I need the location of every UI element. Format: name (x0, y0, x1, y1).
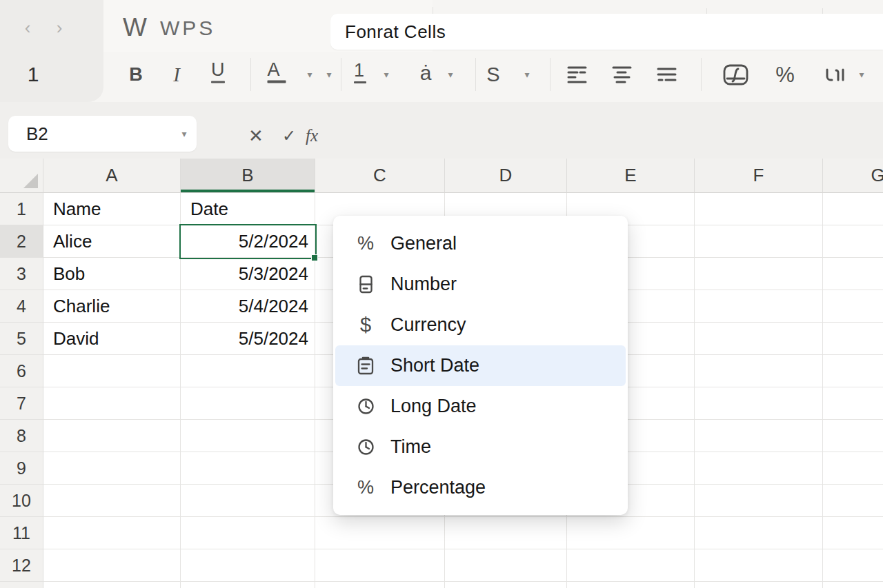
number-format-caret-icon[interactable]: ▾ (384, 69, 388, 80)
cell-B6[interactable] (181, 355, 315, 387)
bold-button[interactable]: B (129, 65, 143, 84)
cell-F7[interactable] (695, 387, 823, 420)
cell-G11[interactable] (823, 517, 883, 549)
cell-A10[interactable] (43, 485, 181, 517)
cell-G1[interactable] (823, 193, 883, 225)
strikethrough-button[interactable]: S (486, 65, 499, 85)
cell-B4[interactable]: 5/4/2024 (181, 290, 315, 323)
accent-caret-icon[interactable]: ▾ (448, 69, 453, 80)
row-header-8[interactable]: 8 (0, 420, 43, 452)
cell-Fx[interactable] (695, 582, 823, 588)
insert-image-icon[interactable] (723, 64, 748, 85)
menu-item-time[interactable]: Time (335, 427, 626, 467)
accent-button[interactable]: ȧ (420, 63, 432, 83)
cell-G8[interactable] (823, 420, 883, 452)
cell-D12[interactable] (445, 549, 567, 582)
confirm-icon[interactable]: ✓ (282, 126, 296, 145)
align-left-icon[interactable] (566, 65, 588, 84)
row-header-12[interactable]: 12 (0, 549, 43, 582)
cell-F10[interactable] (695, 485, 823, 517)
cell-A12[interactable] (43, 549, 181, 582)
cell-F11[interactable] (695, 517, 823, 549)
row-header-1[interactable]: 1 (0, 193, 43, 225)
menu-item-short-date[interactable]: Short Date (335, 345, 626, 386)
row-header-4[interactable]: 4 (0, 290, 43, 323)
cell-G6[interactable] (823, 355, 883, 387)
row-header-7[interactable]: 7 (0, 387, 43, 420)
cell-F1[interactable] (695, 193, 823, 225)
menu-item-number[interactable]: Number (335, 264, 626, 305)
select-all-corner[interactable] (0, 159, 43, 193)
cell-A6[interactable] (43, 355, 181, 387)
back-arrow-icon[interactable]: ‹ (25, 17, 31, 39)
column-header-G[interactable]: G (823, 159, 883, 193)
cell-G2[interactable] (823, 225, 883, 258)
column-header-B[interactable]: B (181, 159, 315, 193)
cell-B8[interactable] (181, 420, 315, 452)
italic-button[interactable]: I (173, 65, 180, 85)
cell-F6[interactable] (695, 355, 823, 387)
cell-G12[interactable] (823, 549, 883, 582)
cell-B5[interactable]: 5/5/2024 (181, 323, 315, 355)
cell-Ax[interactable] (43, 582, 181, 588)
column-header-F[interactable]: F (695, 159, 823, 193)
cell-Cx[interactable] (315, 582, 445, 588)
cell-A1[interactable]: Name (43, 193, 181, 225)
underline-button[interactable]: U (211, 61, 225, 83)
cell-A4[interactable]: Charlie (43, 290, 181, 323)
row-header-11[interactable]: 11 (0, 517, 43, 549)
cell-F4[interactable] (695, 290, 823, 323)
chart-caret-icon[interactable]: ▾ (859, 69, 864, 80)
menu-item-percentage[interactable]: % Percentage (335, 467, 626, 508)
row-header-6[interactable]: 6 (0, 355, 43, 387)
align-center-icon[interactable] (611, 65, 633, 84)
row-header-10[interactable]: 10 (0, 485, 43, 517)
column-header-D[interactable]: D (445, 159, 567, 193)
cell-F3[interactable] (695, 258, 823, 290)
font-color-button[interactable]: A (268, 61, 286, 83)
cell-Gx[interactable] (823, 582, 883, 588)
fill-handle[interactable] (311, 254, 318, 261)
cell-E12[interactable] (567, 549, 695, 582)
cell-F12[interactable] (695, 549, 823, 582)
formula-input[interactable]: Fonrat Cells (330, 14, 883, 50)
cell-F5[interactable] (695, 323, 823, 355)
cell-A2[interactable]: Alice (43, 225, 181, 258)
cell-C11[interactable] (315, 517, 445, 549)
row-header-2[interactable]: 2 (0, 225, 43, 258)
cell-B9[interactable] (181, 452, 315, 485)
align-right-icon[interactable] (656, 66, 678, 84)
cell-B7[interactable] (181, 387, 315, 420)
cell-G10[interactable] (823, 485, 883, 517)
number-format-button[interactable]: 1 (354, 61, 366, 83)
selected-cell-outline[interactable] (179, 224, 317, 259)
cancel-icon[interactable]: ✕ (248, 125, 264, 147)
row-header-partial[interactable] (0, 582, 43, 588)
cell-Dx[interactable] (445, 582, 567, 588)
cell-B11[interactable] (181, 517, 315, 549)
cell-B3[interactable]: 5/3/2024 (181, 258, 315, 290)
column-header-C[interactable]: C (315, 159, 445, 193)
cell-A3[interactable]: Bob (43, 258, 181, 290)
cell-F2[interactable] (695, 225, 823, 258)
cell-G9[interactable] (823, 452, 883, 485)
cell-F8[interactable] (695, 420, 823, 452)
cell-G3[interactable] (823, 258, 883, 290)
cell-Bx[interactable] (181, 582, 315, 588)
name-box[interactable]: B2 ▾ (8, 116, 197, 152)
chart-icon[interactable] (824, 65, 849, 85)
cell-E11[interactable] (567, 517, 695, 549)
menu-item-currency[interactable]: $ Currency (335, 305, 626, 345)
menu-item-general[interactable]: % General (335, 223, 626, 264)
cell-A9[interactable] (43, 452, 181, 485)
cell-B10[interactable] (181, 485, 315, 517)
row-header-3[interactable]: 3 (0, 258, 43, 290)
cell-A7[interactable] (43, 387, 181, 420)
cell-B1[interactable]: Date (181, 193, 315, 225)
row-header-9[interactable]: 9 (0, 452, 43, 485)
cell-A5[interactable]: David (43, 323, 181, 355)
cell-B12[interactable] (181, 549, 315, 582)
cell-G7[interactable] (823, 387, 883, 420)
fill-color-caret-icon[interactable]: ▾ (326, 69, 331, 80)
forward-arrow-icon[interactable]: › (57, 17, 63, 39)
